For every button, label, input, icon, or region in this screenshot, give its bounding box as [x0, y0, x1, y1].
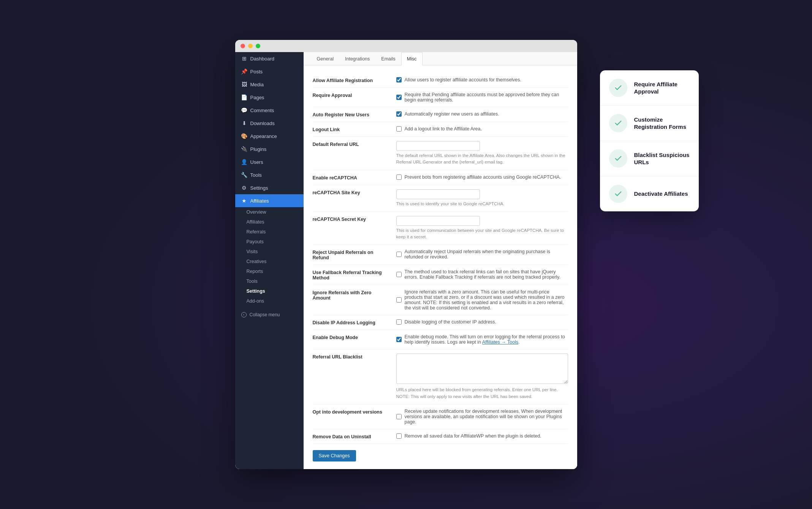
field-ignore-zero: Ignore referrals with a zero amount. Thi… [396, 289, 568, 311]
sidebar-item-affiliates[interactable]: ★ Affiliates [235, 194, 304, 207]
sidebar-label-users: Users [250, 159, 263, 165]
sidebar-item-settings[interactable]: ⚙ Settings [235, 181, 304, 194]
field-disable-ip: Disable logging of the customer IP addre… [396, 319, 568, 325]
sidebar-item-posts[interactable]: 📌 Posts [235, 65, 304, 78]
label-disable-ip: Disable IP Address Logging [313, 319, 389, 325]
tab-general[interactable]: General [311, 52, 339, 65]
field-logout-link: Add a logout link to the Affiliate Area. [396, 126, 568, 132]
checkbox-disable-ip[interactable] [396, 319, 402, 325]
sidebar-item-pages[interactable]: 📄 Pages [235, 91, 304, 104]
label-logout-link: Logout Link [313, 126, 389, 132]
checkbox-label-enable-recaptcha: Prevent bots from registering affiliate … [405, 174, 561, 180]
checkbox-label-reject-unpaid: Automatically reject Unpaid referrals wh… [405, 249, 568, 260]
tab-integrations[interactable]: Integrations [339, 52, 375, 65]
form-row-default-referral-url: Default Referral URL The default referra… [313, 137, 568, 170]
sidebar-sub-referrals[interactable]: Referrals [235, 227, 304, 237]
tab-misc[interactable]: Misc [401, 52, 423, 65]
feature-card-require-approval: Require Affiliate Approval [600, 70, 699, 106]
save-changes-button[interactable]: Save Changes [313, 450, 356, 461]
feature-cards-panel: Require Affiliate Approval Customize Reg… [600, 70, 699, 211]
form-row-allow-affiliate-registration: Allow Affiliate Registration Allow users… [313, 73, 568, 88]
checkbox-remove-data[interactable] [396, 433, 402, 439]
sidebar-item-media[interactable]: 🖼 Media [235, 78, 304, 91]
input-default-referral-url[interactable] [396, 141, 480, 151]
checkbox-allow-affiliate-registration[interactable] [396, 77, 402, 82]
checkbox-debug-mode[interactable] [396, 337, 402, 342]
field-default-referral-url: The default referral URL shown in the Af… [396, 141, 568, 166]
label-fallback-tracking: Use Fallback Referral Tracking Method [313, 269, 389, 281]
checkbox-enable-recaptcha[interactable] [396, 174, 402, 180]
label-remove-data: Remove Data on Uninstall [313, 433, 389, 439]
sidebar-item-tools[interactable]: 🔧 Tools [235, 168, 304, 181]
feature-card-text-customize-forms: Customize Registration Forms [634, 116, 690, 131]
dashboard-icon: ⊞ [241, 55, 247, 62]
sidebar-item-dashboard[interactable]: ⊞ Dashboard [235, 52, 304, 65]
field-enable-recaptcha: Prevent bots from registering affiliate … [396, 174, 568, 180]
checkbox-ignore-zero[interactable] [396, 297, 402, 303]
sidebar-sub-settings[interactable]: Settings [235, 286, 304, 296]
sidebar-sub-creatives[interactable]: Creatives [235, 257, 304, 266]
media-icon: 🖼 [241, 81, 247, 87]
input-recaptcha-secret-key[interactable] [396, 216, 480, 226]
field-recaptcha-site-key: This is used to identify your site to Go… [396, 189, 568, 207]
checkbox-logout-link[interactable] [396, 126, 402, 132]
sidebar-sub-overview[interactable]: Overview [235, 207, 304, 217]
desc-default-referral-url: The default referral URL shown in the Af… [396, 152, 568, 166]
checkbox-label-disable-ip: Disable logging of the customer IP addre… [405, 319, 497, 325]
sidebar-item-comments[interactable]: 💬 Comments [235, 104, 304, 117]
collapse-label: Collapse menu [250, 312, 280, 317]
checkbox-reject-unpaid[interactable] [396, 252, 402, 257]
textarea-referral-url-blacklist[interactable] [396, 354, 568, 384]
sidebar-item-plugins[interactable]: 🔌 Plugins [235, 143, 304, 155]
sidebar-item-downloads[interactable]: ⬇ Downloads [235, 117, 304, 130]
maximize-button[interactable] [256, 44, 260, 48]
checkbox-label-logout-link: Add a logout link to the Affiliate Area. [405, 126, 482, 132]
sidebar-sub-tools[interactable]: Tools [235, 276, 304, 286]
collapse-menu-button[interactable]: ‹ Collapse menu [235, 309, 304, 320]
label-debug-mode: Enable Debug Mode [313, 334, 389, 340]
sidebar-item-users[interactable]: 👤 Users [235, 155, 304, 168]
close-button[interactable] [241, 44, 245, 48]
comments-icon: 💬 [241, 107, 247, 113]
checkbox-require-approval[interactable] [396, 95, 402, 100]
tab-emails[interactable]: Emails [375, 52, 401, 65]
sidebar-label-dashboard: Dashboard [250, 56, 275, 62]
posts-icon: 📌 [241, 68, 247, 75]
affiliates-tools-link[interactable]: Affiliates → Tools [482, 339, 518, 345]
sidebar-sub-addons[interactable]: Add-ons [235, 296, 304, 306]
feature-card-text-require-approval: Require Affiliate Approval [634, 81, 690, 95]
sidebar-sub-reports[interactable]: Reports [235, 266, 304, 276]
form-row-fallback-tracking: Use Fallback Referral Tracking Method Th… [313, 265, 568, 285]
label-default-referral-url: Default Referral URL [313, 141, 389, 147]
sidebar-sub-visits[interactable]: Visits [235, 247, 304, 257]
tools-icon: 🔧 [241, 172, 247, 178]
checkbox-label-ignore-zero: Ignore referrals with a zero amount. Thi… [405, 289, 568, 311]
label-referral-url-blacklist: Referral URL Blacklist [313, 354, 389, 360]
main-content: General Integrations Emails Misc [304, 52, 577, 469]
sidebar-label-tools: Tools [250, 172, 262, 178]
field-referral-url-blacklist: URLs placed here will be blocked from ge… [396, 354, 568, 400]
form-row-remove-data: Remove Data on Uninstall Remove all save… [313, 429, 568, 444]
checkbox-auto-register[interactable] [396, 111, 402, 117]
desc-recaptcha-site-key: This is used to identify your site to Go… [396, 201, 568, 207]
sidebar: ⊞ Dashboard 📌 Posts 🖼 Media 📄 Pages [235, 52, 304, 469]
sidebar-sub-affiliates[interactable]: Affiliates [235, 217, 304, 227]
affiliates-icon: ★ [241, 198, 247, 204]
checkbox-fallback-tracking[interactable] [396, 272, 402, 277]
sidebar-sub-payouts[interactable]: Payouts [235, 237, 304, 247]
form-row-auto-register: Auto Register New Users Automatically re… [313, 107, 568, 122]
settings-form: Allow Affiliate Registration Allow users… [304, 65, 577, 469]
checkbox-label-dev-versions: Receive update notifications for develop… [405, 409, 568, 425]
checkbox-dev-versions[interactable] [396, 414, 402, 419]
feature-card-text-deactivate-affiliates: Deactivate Affiliates [634, 190, 688, 198]
collapse-arrow-icon: ‹ [241, 312, 247, 317]
minimize-button[interactable] [248, 44, 253, 48]
sidebar-label-media: Media [250, 82, 264, 87]
input-recaptcha-site-key[interactable] [396, 189, 480, 199]
label-recaptcha-secret-key: reCAPTCHA Secret Key [313, 216, 389, 222]
sidebar-item-appearance[interactable]: 🎨 Appearance [235, 130, 304, 143]
checkbox-label-fallback-tracking: The method used to track referral links … [405, 269, 568, 280]
form-row-disable-ip: Disable IP Address Logging Disable loggi… [313, 315, 568, 330]
field-dev-versions: Receive update notifications for develop… [396, 409, 568, 425]
downloads-icon: ⬇ [241, 120, 247, 126]
